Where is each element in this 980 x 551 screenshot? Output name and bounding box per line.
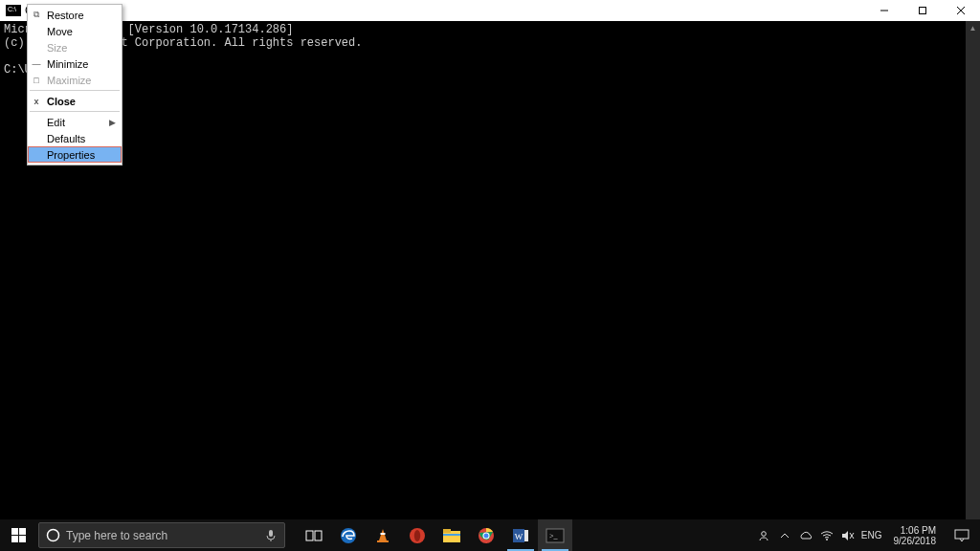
window-titlebar: C xyxy=(0,0,980,21)
minimize-button[interactable] xyxy=(865,0,903,21)
svg-rect-12 xyxy=(377,540,389,542)
menu-properties[interactable]: Properties xyxy=(28,146,122,163)
menu-size: Size xyxy=(28,39,122,55)
menu-move[interactable]: Move xyxy=(28,23,122,39)
onedrive-icon[interactable] xyxy=(798,530,813,541)
task-view-button[interactable] xyxy=(297,519,331,551)
tray-chevron-up-icon[interactable] xyxy=(777,531,792,540)
menu-label: Edit xyxy=(47,117,65,128)
maximize-icon: □ xyxy=(32,76,41,85)
svg-point-26 xyxy=(762,531,767,536)
svg-point-4 xyxy=(47,530,58,541)
action-center-button[interactable] xyxy=(947,519,976,551)
taskbar-apps: W >_ xyxy=(297,519,572,551)
taskbar-app-vlc[interactable] xyxy=(366,519,400,551)
menu-label: Properties xyxy=(47,149,95,161)
window-title: C xyxy=(25,4,865,17)
menu-separator xyxy=(30,90,120,91)
menu-restore[interactable]: ⧉ Restore xyxy=(28,7,122,23)
taskbar-app-chrome[interactable] xyxy=(469,519,503,551)
chevron-right-icon: ▶ xyxy=(109,118,116,127)
menu-label: Defaults xyxy=(47,133,85,144)
clock-time: 1:06 PM xyxy=(894,525,937,536)
menu-label: Maximize xyxy=(47,75,91,86)
cortana-circle-icon xyxy=(39,528,66,542)
taskbar-search[interactable]: Type here to search xyxy=(38,522,285,548)
svg-rect-16 xyxy=(443,529,451,533)
svg-rect-23 xyxy=(524,530,528,541)
svg-rect-5 xyxy=(269,530,273,537)
svg-point-20 xyxy=(484,533,489,538)
taskbar-clock[interactable]: 1:06 PM 9/26/2018 xyxy=(894,525,937,546)
menu-defaults[interactable]: Defaults xyxy=(28,130,122,146)
svg-text:>_: >_ xyxy=(549,532,559,540)
menu-label: Move xyxy=(47,26,73,37)
menu-edit[interactable]: Edit ▶ xyxy=(28,114,122,130)
scroll-up-icon[interactable]: ▲ xyxy=(966,21,980,35)
close-icon: x xyxy=(32,97,41,106)
taskbar-app-cmd[interactable]: >_ xyxy=(538,519,572,551)
clock-date: 9/26/2018 xyxy=(894,536,937,546)
menu-label: Minimize xyxy=(47,58,88,70)
taskbar-app-opera[interactable] xyxy=(400,519,434,551)
cmd-icon[interactable] xyxy=(6,5,21,16)
windows-logo-icon xyxy=(11,528,26,542)
svg-rect-1 xyxy=(920,8,926,14)
system-tray: ENG 1:06 PM 9/26/2018 xyxy=(756,519,980,551)
menu-maximize: □ Maximize xyxy=(28,72,122,88)
svg-point-14 xyxy=(414,530,420,541)
svg-rect-11 xyxy=(381,533,386,535)
taskbar-app-word[interactable]: W xyxy=(503,519,538,551)
menu-separator xyxy=(30,111,120,112)
close-button[interactable] xyxy=(942,0,980,21)
svg-text:W: W xyxy=(515,532,523,541)
search-placeholder: Type here to search xyxy=(66,529,257,542)
scrollbar[interactable]: ▲ xyxy=(966,21,980,519)
wifi-icon[interactable] xyxy=(819,530,835,541)
window-controls xyxy=(865,0,980,21)
svg-rect-7 xyxy=(306,531,313,540)
terminal-body[interactable]: Microsoft Windows [Version 10.0.17134.28… xyxy=(0,21,980,519)
menu-minimize[interactable]: — Minimize xyxy=(28,55,122,72)
input-language[interactable]: ENG xyxy=(861,530,882,540)
maximize-button[interactable] xyxy=(903,0,942,21)
microphone-icon[interactable] xyxy=(257,529,284,542)
people-icon[interactable] xyxy=(756,529,771,542)
svg-point-27 xyxy=(826,539,828,540)
taskbar: Type here to search W >_ xyxy=(0,519,980,551)
volume-muted-icon[interactable] xyxy=(840,530,856,541)
menu-close[interactable]: x Close xyxy=(28,93,122,109)
svg-marker-28 xyxy=(842,531,848,540)
start-button[interactable] xyxy=(0,519,36,551)
svg-rect-31 xyxy=(955,530,969,539)
menu-label: Restore xyxy=(47,10,84,21)
restore-icon: ⧉ xyxy=(32,10,41,20)
menu-label: Size xyxy=(47,42,67,54)
svg-rect-17 xyxy=(443,534,460,536)
taskbar-app-file-explorer[interactable] xyxy=(434,519,469,551)
svg-rect-8 xyxy=(315,531,322,540)
taskbar-app-edge[interactable] xyxy=(331,519,366,551)
menu-label: Close xyxy=(47,96,76,107)
system-menu: ⧉ Restore Move Size — Minimize □ Maximiz… xyxy=(27,4,122,165)
minimize-icon: — xyxy=(32,59,41,69)
